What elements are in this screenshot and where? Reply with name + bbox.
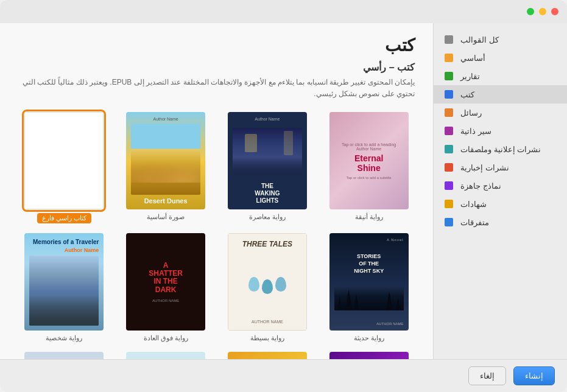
ready-icon — [443, 180, 454, 191]
template-cover-waking-lights: Author Name THEWAKINGLIGHTS — [228, 112, 307, 209]
template-three-tales[interactable]: THREE TALES AUTHOR NAME رواية بسيطة — [222, 233, 314, 342]
sidebar-item-books[interactable]: كتب — [434, 85, 567, 103]
dune-visual — [131, 124, 200, 195]
close-button[interactable] — [551, 8, 558, 15]
template-label-night-sky: رواية حديثة — [354, 334, 384, 342]
news-icon — [443, 162, 454, 173]
letter-icon — [443, 107, 454, 118]
maximize-button[interactable] — [527, 8, 534, 15]
template-work-travel[interactable]: HOW TO: WORK &TRAVEL — [222, 352, 314, 359]
template-seasons-paris[interactable]: TheSeasonsof Paris — [18, 352, 110, 359]
sidebar-item-reports[interactable]: تقارير — [434, 67, 567, 85]
sidebar: كل القوالب أساسي تقارير كتب — [433, 23, 567, 359]
document-icon — [443, 52, 454, 63]
template-waking-lights[interactable]: Author Name THEWAKINGLIGHTS رواية معاصرة — [222, 112, 314, 223]
template-cover-puzzle: 🧩 — [126, 352, 205, 359]
template-cover-seasons-paris: TheSeasonsof Paris — [24, 352, 104, 359]
cert-icon — [443, 198, 454, 209]
main-window: كل القوالب أساسي تقارير كتب — [0, 0, 567, 392]
grid-icon — [443, 34, 454, 45]
template-label-empty-book: كتاب راسي فارغ — [37, 213, 91, 223]
template-cover-memories-traveler: Memories of a Traveler Author Name — [24, 233, 104, 331]
template-cover-eternal-shine: Tap or click to add a headingAuthor Name… — [329, 112, 409, 209]
sidebar-item-letters[interactable]: رسائل — [434, 103, 567, 122]
main-content: كتب كتب – رأسي يإمكان المحتوى تغيير طريق… — [0, 23, 433, 359]
template-cover-night-sky: A Novel STORIESOF THENIGHT SKY AUTHOR NA… — [329, 233, 409, 331]
section-description: يإمكان المحتوى تغيير طريقة انسيابه بما ي… — [18, 77, 415, 100]
sidebar-item-ready[interactable]: نماذج جاهزة — [434, 177, 567, 195]
content-area: كل القوالب أساسي تقارير كتب — [0, 23, 567, 359]
sidebar-item-all[interactable]: كل القوالب — [434, 30, 567, 49]
template-applied-chemistry[interactable]: AUTHOR NAME ⚗ APPLIEDCHEMISTRY FIRST EDI… — [323, 352, 415, 359]
sidebar-item-basic[interactable]: أساسي — [434, 49, 567, 67]
titlebar — [0, 0, 567, 23]
template-label-eternal-shine: رواية أنيقة — [355, 213, 383, 221]
template-cover-shatter-dark: ASHATTERIN THEDARK AUTHOR NAME — [126, 233, 205, 331]
template-cover-applied-chemistry: AUTHOR NAME ⚗ APPLIEDCHEMISTRY FIRST EDI… — [329, 352, 409, 359]
template-empty-book[interactable]: كتاب راسي فارغ — [18, 112, 110, 223]
sidebar-item-newsletters[interactable]: نشرات إعلانية وملصقات — [434, 140, 567, 158]
sidebar-item-misc[interactable]: متفرقات — [434, 213, 567, 231]
mountain-visual — [29, 256, 99, 326]
template-puzzle[interactable]: 🧩 — [120, 352, 212, 359]
newsletter-icon — [443, 144, 454, 155]
report-icon — [443, 71, 454, 82]
template-memories-traveler[interactable]: Memories of a Traveler Author Name رواية… — [18, 233, 110, 342]
template-cover-work-travel: HOW TO: WORK &TRAVEL — [228, 352, 307, 359]
minimize-button[interactable] — [539, 8, 546, 15]
misc-icon — [443, 217, 454, 228]
eggs-visual — [246, 269, 289, 299]
template-label-desert-dunes: صورة أساسية — [147, 213, 185, 221]
create-button[interactable]: إنشاء — [513, 366, 555, 385]
template-night-sky[interactable]: A Novel STORIESOF THENIGHT SKY AUTHOR NA… — [323, 233, 415, 342]
page-title: كتب — [18, 35, 415, 55]
template-eternal-shine[interactable]: Tap or click to add a headingAuthor Name… — [323, 112, 415, 223]
template-label-shatter-dark: رواية فوق العادة — [144, 334, 188, 342]
section-title: كتب – رأسي — [18, 61, 415, 73]
template-cover-three-tales: THREE TALES AUTHOR NAME — [228, 233, 307, 331]
book-icon — [443, 89, 454, 100]
footer: إنشاء إلغاء — [0, 359, 567, 392]
template-label-memories-traveler: رواية شخصية — [46, 334, 82, 342]
template-label-waking-lights: رواية معاصرة — [249, 213, 286, 221]
city-image — [233, 128, 302, 177]
templates-grid: Tap or click to add a headingAuthor Name… — [18, 112, 415, 359]
template-desert-dunes[interactable]: Author Name Desert Dunes صورة أساسية — [120, 112, 212, 223]
bio-icon — [443, 125, 454, 136]
template-cover-desert-dunes: Author Name Desert Dunes — [126, 112, 205, 209]
template-shatter-dark[interactable]: ASHATTERIN THEDARK AUTHOR NAME رواية فوق… — [120, 233, 212, 342]
sidebar-item-certs[interactable]: شهادات — [434, 195, 567, 213]
template-cover-empty-book — [24, 112, 104, 209]
sidebar-item-bio[interactable]: سير ذاتية — [434, 122, 567, 140]
cancel-button[interactable]: إلغاء — [468, 366, 506, 385]
sidebar-item-news[interactable]: نشرات إخبارية — [434, 158, 567, 177]
template-label-three-tales: رواية بسيطة — [250, 334, 284, 342]
